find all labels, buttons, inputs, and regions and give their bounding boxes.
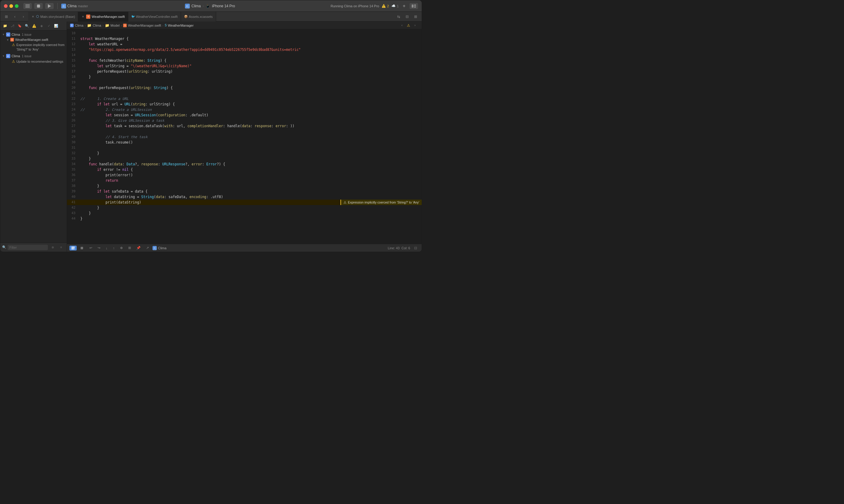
traffic-lights <box>4 4 18 8</box>
swift-icon-2: 🐦 <box>131 15 135 18</box>
status-snippet-btn[interactable]: ⊕ <box>118 245 125 251</box>
breadcrumb-weathermanager-file[interactable]: WeatherManager.swift <box>128 24 161 27</box>
close-button[interactable] <box>4 4 7 8</box>
svg-rect-5 <box>412 4 414 7</box>
analytics-btn[interactable]: 📊 <box>53 23 59 29</box>
add-button[interactable]: + <box>401 3 407 9</box>
code-line-43: 43 } <box>67 211 422 216</box>
svg-rect-6 <box>414 4 416 6</box>
source-control-btn[interactable]: ⎇ <box>10 23 15 29</box>
breadcrumb-weathermanager-struct[interactable]: WeatherManager <box>168 24 194 27</box>
tab-close-icon[interactable]: ✕ <box>31 15 35 18</box>
code-line-22: 22 // 1. Create a URL <box>67 96 422 102</box>
folder-icon-btn[interactable]: 📁 <box>2 23 8 29</box>
project-group-icon: C <box>6 32 10 37</box>
status-move-up-btn[interactable]: ↑ <box>111 246 117 251</box>
code-line-14: 14 <box>67 52 422 58</box>
filter-options-btn[interactable]: ⊕ <box>49 244 56 251</box>
tab-main-storyboard[interactable]: ✕ ⬡ Main.storyboard (Base) <box>28 12 78 21</box>
status-undo-btn[interactable]: ↩ <box>88 245 94 251</box>
code-line-36: 36 print(error!) <box>67 172 422 178</box>
breadcrumb-warning-icon: ⚠ <box>407 23 410 28</box>
code-line-25: 25 let session = URLSession(configuratio… <box>67 112 422 118</box>
code-line-10: 10 <box>67 31 422 36</box>
sidebar-toggle-button[interactable] <box>23 3 32 9</box>
svg-rect-9 <box>71 247 74 248</box>
nav-forward-button[interactable]: › <box>20 13 27 20</box>
svg-rect-7 <box>414 6 416 7</box>
tab-weather-manager[interactable]: ✕ S WeatherManager.swift <box>78 12 128 21</box>
split-horizontal-button[interactable]: ⇆ <box>395 13 402 20</box>
code-line-28: 28 <box>67 129 422 134</box>
code-line-13: 13 "https://api.openweathermap.org/data/… <box>67 47 422 52</box>
fullscreen-button[interactable] <box>15 4 18 8</box>
tab-weather-viewcontroller[interactable]: 🐦 WeatherViewController.swift <box>128 12 181 21</box>
sidebar-group-header-clima2[interactable]: ▼ C Clima 1 issue <box>0 53 67 59</box>
main-layout: 📁 ⎇ 🔖 🔍 ⚠️ ◈ ✓ 📊 ▼ C Clima 1 issue <box>0 21 422 252</box>
status-breakpoints-btn[interactable] <box>79 246 86 251</box>
bookmark-btn[interactable]: 🔖 <box>17 23 23 29</box>
code-line-39: 39 if let safeData = data { <box>67 189 422 194</box>
code-line-29: 29 // 4. Start the task <box>67 134 422 140</box>
breakpoint-btn[interactable]: ◈ <box>38 23 45 29</box>
status-pin-btn[interactable]: 📌 <box>135 245 142 251</box>
nav-back-button[interactable]: ‹ <box>11 13 18 20</box>
sidebar-issue-recommended[interactable]: ⚠ Update to recommended settings <box>0 59 67 65</box>
status-tab-btn[interactable] <box>69 246 77 251</box>
warning-badge[interactable]: ⚠️ 2 <box>382 4 389 8</box>
code-line-18: 18 } <box>67 74 422 80</box>
svg-rect-11 <box>71 249 74 249</box>
code-line-37: 37 return <box>67 178 422 183</box>
tab-assets[interactable]: 📦 Assets.xcassets <box>181 12 216 21</box>
status-bar: ↩ ↪ ↓ ↑ ⊕ ⊞ 📌 ↗ C Clima Line: 43 Col: 6 … <box>67 244 422 252</box>
code-line-32: 32 } <box>67 150 422 156</box>
breadcrumb-clima1[interactable]: Clima <box>75 24 83 27</box>
editor-options-button[interactable]: ⊞ <box>412 13 419 20</box>
status-embed-btn[interactable]: ⊞ <box>126 245 133 251</box>
project-label[interactable]: C Clima master <box>61 4 88 8</box>
status-redo-btn[interactable]: ↪ <box>96 245 102 251</box>
run-button[interactable] <box>45 3 54 9</box>
warning2-icon: ⚠ <box>12 59 15 64</box>
svg-rect-10 <box>71 248 74 248</box>
svg-rect-3 <box>37 4 40 7</box>
test-btn[interactable]: ✓ <box>46 23 52 29</box>
inline-warning-text: Expression implicitly coerced from 'Stri… <box>348 200 419 205</box>
minimize-button[interactable] <box>10 4 13 8</box>
breadcrumb-prev[interactable]: ‹ <box>398 22 406 29</box>
file-chevron-icon: ▼ <box>6 38 9 41</box>
filter-input[interactable]: Filter <box>7 245 48 250</box>
breadcrumb-clima2[interactable]: Clima <box>93 24 101 27</box>
breadcrumb-next[interactable]: › <box>411 22 419 29</box>
code-line-16: 16 let urlString = "\(weatherURL)&q=\(ci… <box>67 63 422 69</box>
sidebar-issue-coerced[interactable]: ⚠ Expression implicitly coerced from 'St… <box>0 42 67 52</box>
code-line-31: 31 <box>67 145 422 150</box>
split-view-button[interactable]: ⊟ <box>403 13 411 20</box>
tab-right-buttons: ⇆ ⊟ ⊞ <box>395 13 419 20</box>
code-line-17: 17 performRequest(urlString: urlString) <box>67 69 422 74</box>
sidebar: 📁 ⎇ 🔖 🔍 ⚠️ ◈ ✓ 📊 ▼ C Clima 1 issue <box>0 21 67 252</box>
svg-rect-2 <box>25 7 30 7</box>
cloud-badge[interactable]: ☁️ 1 <box>391 4 399 8</box>
code-line-38: 38 } <box>67 183 422 189</box>
sidebar-item-weathermanager[interactable]: ▼ S WeatherManager.swift <box>0 37 67 42</box>
breadcrumb-model[interactable]: Model <box>111 24 120 27</box>
breadcrumb-model-icon: 📁 <box>105 23 109 28</box>
tab-active-close-icon[interactable]: ✕ <box>81 15 85 18</box>
code-line-35: 35 if error != nil { <box>67 167 422 172</box>
status-send-btn[interactable]: ↗ <box>144 245 151 251</box>
sidebar-group-header-clima[interactable]: ▼ C Clima 1 issue <box>0 32 67 37</box>
group2-chevron-icon: ▼ <box>2 55 5 57</box>
project-group2-icon: C <box>6 54 10 58</box>
layout-button[interactable] <box>410 3 418 9</box>
filter-sort-btn[interactable]: ≡ <box>57 244 65 251</box>
svg-rect-0 <box>25 4 30 5</box>
status-move-down-btn[interactable]: ↓ <box>104 246 109 251</box>
code-editor[interactable]: 10 11 struct WeatherManager { 12 let wea… <box>67 30 422 244</box>
stop-button[interactable] <box>34 3 43 9</box>
status-layout-btn[interactable]: ⊟ <box>412 245 419 251</box>
grid-view-button[interactable]: ⊞ <box>3 13 10 20</box>
warning-filter-btn[interactable]: ⚠️ <box>31 23 37 29</box>
search-btn[interactable]: 🔍 <box>24 23 30 29</box>
sidebar-group-clima-project: ▼ C Clima 1 issue ▼ S WeatherManager.swi… <box>0 32 67 52</box>
